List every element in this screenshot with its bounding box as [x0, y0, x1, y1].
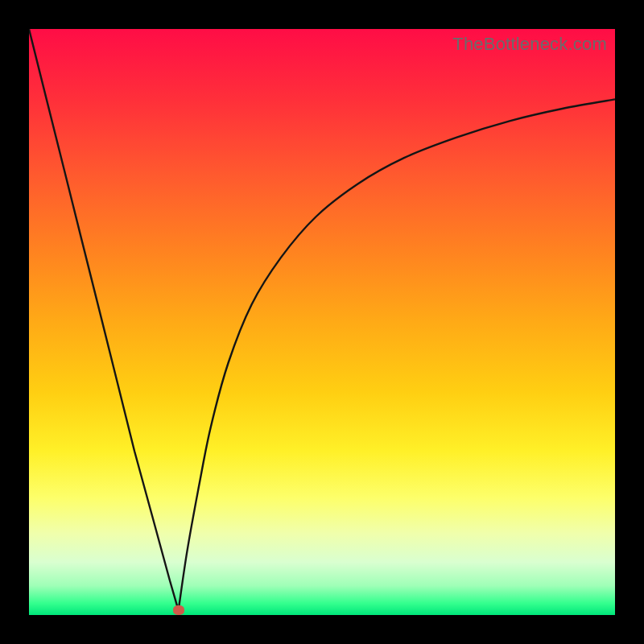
- watermark-label: TheBottleneck.com: [452, 34, 607, 55]
- chart-frame: TheBottleneck.com: [0, 0, 644, 644]
- curve-path: [29, 29, 615, 610]
- plot-area: TheBottleneck.com: [29, 29, 615, 615]
- minimum-marker: [173, 605, 184, 615]
- bottleneck-curve: [29, 29, 615, 615]
